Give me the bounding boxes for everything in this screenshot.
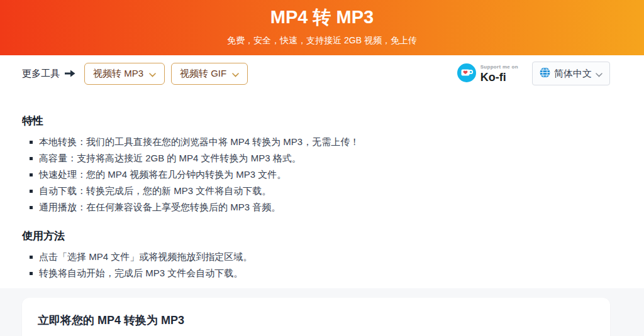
video-to-mp3-dropdown[interactable]: 视频转 MP3	[84, 63, 165, 85]
toolbar-left: 更多工具 视频转 MP3 视频转 GIF	[22, 63, 248, 85]
list-item: 快速处理：您的 MP4 视频将在几分钟内转换为 MP3 文件。	[22, 166, 610, 183]
video-to-mp3-label: 视频转 MP3	[93, 68, 143, 80]
globe-icon	[540, 67, 550, 80]
page-subtitle: 免费，安全，快速，支持接近 2GB 视频，免上传	[0, 35, 644, 46]
list-item: 高容量：支持将高达接近 2GB 的 MP4 文件转换为 MP3 格式。	[22, 150, 610, 166]
kofi-cup-icon	[457, 63, 476, 84]
usage-heading: 使用方法	[22, 229, 610, 243]
usage-text: 点击「选择 MP4 文件」或将视频拖放到指定区域。	[39, 249, 252, 265]
features-list: 本地转换：我们的工具直接在您的浏览器中将 MP4 转换为 MP3，无需上传！ 高…	[22, 134, 610, 215]
right-arrow-icon	[64, 70, 75, 77]
bullet-icon	[30, 272, 33, 275]
kofi-support-text: Support me on	[480, 65, 518, 70]
list-item: 通用播放：在任何兼容设备上享受您转换后的 MP3 音频。	[22, 199, 610, 215]
list-item: 转换将自动开始，完成后 MP3 文件会自动下载。	[22, 265, 610, 281]
language-selector[interactable]: 简体中文	[532, 62, 610, 85]
toolbar-right: Support me on Ko-fi 简体中文	[457, 62, 610, 85]
feature-text: 自动下载：转换完成后，您的新 MP3 文件将自动下载。	[39, 183, 271, 199]
chevron-down-icon	[149, 68, 156, 79]
bullet-icon	[30, 256, 33, 259]
list-item: 本地转换：我们的工具直接在您的浏览器中将 MP4 转换为 MP3，无需上传！	[22, 134, 610, 150]
more-tools-text: 更多工具	[22, 68, 60, 80]
feature-text: 快速处理：您的 MP4 视频将在几分钟内转换为 MP3 文件。	[39, 166, 286, 183]
feature-text: 通用播放：在任何兼容设备上享受您转换后的 MP3 音频。	[39, 199, 280, 215]
bullet-icon	[30, 206, 33, 209]
feature-text: 本地转换：我们的工具直接在您的浏览器中将 MP4 转换为 MP3，无需上传！	[39, 134, 359, 150]
feature-text: 高容量：支持将高达接近 2GB 的 MP4 文件转换为 MP3 格式。	[39, 150, 301, 166]
list-item: 点击「选择 MP4 文件」或将视频拖放到指定区域。	[22, 249, 610, 265]
kofi-text: Support me on Ko-fi	[480, 65, 518, 83]
usage-list: 点击「选择 MP4 文件」或将视频拖放到指定区域。 转换将自动开始，完成后 MP…	[22, 249, 610, 281]
hero-header: MP4 转 MP3 免费，安全，快速，支持接近 2GB 视频，免上传	[0, 0, 644, 55]
converter-card-heading: 立即将您的 MP4 转换为 MP3	[38, 313, 594, 328]
chevron-down-icon	[232, 68, 239, 79]
kofi-brand-text: Ko-fi	[480, 72, 506, 83]
video-to-gif-dropdown[interactable]: 视频转 GIF	[171, 63, 248, 85]
bullet-icon	[30, 157, 33, 160]
list-item: 自动下载：转换完成后，您的新 MP3 文件将自动下载。	[22, 183, 610, 199]
kofi-support-button[interactable]: Support me on Ko-fi	[457, 63, 518, 84]
language-label: 简体中文	[554, 68, 592, 80]
main-content: 特性 本地转换：我们的工具直接在您的浏览器中将 MP4 转换为 MP3，无需上传…	[22, 114, 610, 281]
toolbar: 更多工具 视频转 MP3 视频转 GIF	[22, 62, 610, 85]
chevron-down-icon	[596, 68, 602, 79]
bullet-icon	[30, 141, 33, 144]
converter-card[interactable]: 立即将您的 MP4 转换为 MP3 选择要转换的 MP4 文件	[22, 298, 610, 336]
features-heading: 特性	[22, 114, 610, 128]
page-title: MP4 转 MP3	[0, 7, 644, 27]
bullet-icon	[30, 173, 33, 176]
video-to-gif-label: 视频转 GIF	[180, 68, 226, 80]
converter-section: 立即将您的 MP4 转换为 MP3 选择要转换的 MP4 文件	[0, 288, 644, 336]
usage-text: 转换将自动开始，完成后 MP3 文件会自动下载。	[39, 265, 243, 281]
bullet-icon	[30, 190, 33, 193]
more-tools-label: 更多工具	[22, 68, 75, 80]
